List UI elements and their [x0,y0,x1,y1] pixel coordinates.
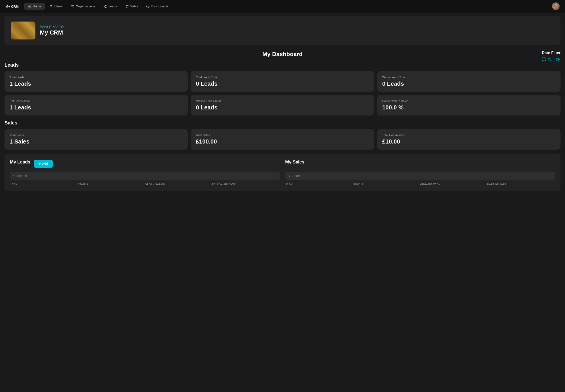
svg-point-1 [71,5,73,6]
sales-col-icon: ICON [286,183,353,186]
sales-section: Sales Total Sales 1 Sales Total Sales £1… [4,120,561,150]
lead-card-warm: Warm Leads Total 0 Leads [377,71,561,92]
leads-section-label: Leads [4,62,561,68]
leads-search-bar[interactable]: ⚲ [10,172,280,180]
leads-col-icon: ICON [11,183,78,186]
app-brand: My CRM [5,4,19,8]
bottom-columns: My Leads Add ⚲ ICON STATUS ORGANISATION … [10,159,555,186]
sales-cards-row1: Total Sales 1 Sales Total Sales £100.00 … [4,129,561,150]
my-sales-title: My Sales [285,159,304,165]
add-lead-button[interactable]: Add [34,160,53,168]
svg-line-5 [105,6,105,7]
sales-section-label: Sales [4,120,561,126]
dashboard-title: My Dashboard [4,51,561,58]
leads-search-input[interactable] [17,174,277,178]
nav-dashboards[interactable]: Dashboards [143,3,172,10]
nav-users[interactable]: Users [46,3,66,10]
sales-col-org: ORGANISATION [420,183,487,186]
sales-card-revenue-label: Total Sales [196,133,369,137]
sales-table-headers: ICON STATUS ORGANISATION DATE OF SALE [285,183,555,186]
user-avatar[interactable] [552,2,560,10]
lead-card-conversion-label: Conversion to Sales [382,99,556,103]
sales-col-date: DATE OF SALE [487,183,554,186]
hero-tagline: MAKE IT HAPPEN! [40,25,66,28]
my-leads-title: My Leads [10,159,30,165]
lead-card-conversion-value: 100.0 % [382,104,556,111]
my-sales-header: My Sales [285,159,555,168]
hero-banner: MAKE IT HAPPEN! My CRM [4,16,561,45]
lead-card-missed-label: Missed Leads Total [196,99,369,103]
leads-table-headers: ICON STATUS ORGANISATION FOLLOW UP DATE [10,183,280,186]
leads-cards-row2: Hot Leads Total 1 Leads Missed Leads Tot… [4,95,561,115]
turn-on-label: Turn ON [548,57,561,61]
leads-icon [103,4,107,8]
lead-card-hot-label: Hot Leads Total [9,99,183,103]
hero-image [11,22,35,40]
nav-dashboards-label: Dashboards [151,4,168,8]
svg-point-7 [126,7,126,8]
lead-card-cold-label: Cold Leads Total [196,76,369,79]
dashboard-header: My Dashboard Date Filter Turn ON [4,51,561,58]
lead-card-missed: Missed Leads Total 0 Leads [191,95,374,115]
home-icon [28,4,31,8]
date-filter-label: Date Filter [542,51,561,55]
lead-card-conversion: Conversion to Sales 100.0 % [377,95,561,115]
turn-on-button[interactable]: Turn ON [542,57,561,61]
sales-search-icon: ⚲ [288,174,290,178]
hero-text: MAKE IT HAPPEN! My CRM [40,25,66,36]
my-leads-header: My Leads Add [10,159,280,168]
leads-search-icon: ⚲ [13,174,15,178]
hero-title: My CRM [40,29,66,36]
my-leads-column: My Leads Add ⚲ ICON STATUS ORGANISATION … [10,159,280,186]
power-icon [542,57,546,61]
leads-col-org: ORGANISATION [145,183,212,186]
nav-home-label: Home [33,4,41,8]
svg-line-6 [105,6,105,6]
nav-leads-label: Leads [108,4,117,8]
navbar: My CRM Home Users [0,0,565,13]
sales-card-count: Total Sales 1 Sales [4,129,188,150]
sales-search-input[interactable] [292,174,552,178]
leads-section: Leads Total Leads 1 Leads Cold Leads Tot… [4,62,561,115]
sales-col-status: STATUS [353,183,420,186]
sales-icon [125,4,129,8]
nav-organisations-label: Organisations [76,4,95,8]
sales-card-count-label: Total Sales [9,133,183,137]
lead-card-total-value: 1 Leads [9,80,183,87]
sales-card-revenue-value: £100.00 [196,138,369,145]
sales-card-commission: Total Commission £10.00 [377,129,561,150]
leads-col-followup: FOLLOW UP DATE [212,183,279,186]
nav-users-label: Users [55,4,63,8]
date-filter-panel: Date Filter Turn ON [542,51,561,62]
lead-card-total: Total Leads 1 Leads [4,71,188,92]
nav-sales[interactable]: Sales [122,3,142,10]
user-icon [49,4,53,8]
main-content: My Dashboard Date Filter Turn ON Leads T… [0,48,565,196]
leads-col-status: STATUS [78,183,145,186]
nav-home[interactable]: Home [24,3,45,10]
svg-point-8 [128,7,128,8]
nav-links: Home Users Organisations [24,3,550,10]
sales-card-count-value: 1 Sales [9,138,183,145]
dashboard-icon [146,4,150,8]
sales-card-revenue: Total Sales £100.00 [191,129,374,150]
nav-organisations[interactable]: Organisations [67,3,99,10]
lead-card-hot: Hot Leads Total 1 Leads [4,95,188,115]
lead-card-warm-value: 0 Leads [382,80,556,87]
sales-card-commission-value: £10.00 [382,138,556,145]
org-icon [71,4,74,8]
lead-card-total-label: Total Leads [9,76,183,79]
lead-card-missed-value: 0 Leads [196,104,369,111]
leads-cards-row1: Total Leads 1 Leads Cold Leads Total 0 L… [4,71,561,92]
lead-card-hot-value: 1 Leads [9,104,183,111]
nav-leads[interactable]: Leads [99,3,120,10]
nav-sales-label: Sales [130,4,138,8]
lead-card-cold: Cold Leads Total 0 Leads [191,71,374,92]
svg-point-10 [555,5,557,6]
my-sales-column: My Sales ⚲ ICON STATUS ORGANISATION DATE… [285,159,555,186]
svg-point-0 [50,5,52,6]
bottom-panel: My Leads Add ⚲ ICON STATUS ORGANISATION … [4,154,561,191]
add-lead-label: Add [42,162,48,166]
sales-search-bar[interactable]: ⚲ [285,172,555,180]
lead-card-cold-value: 0 Leads [196,80,369,87]
